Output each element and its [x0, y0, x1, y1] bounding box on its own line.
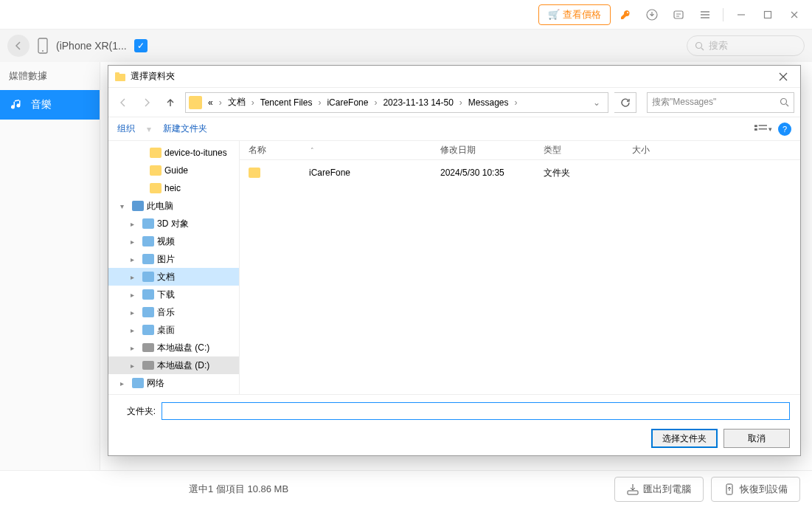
feedback-icon[interactable] [667, 3, 690, 27]
minimize-icon[interactable] [729, 3, 753, 27]
phone-icon [37, 38, 49, 54]
generic-icon [142, 289, 154, 300]
tree-label: 桌面 [157, 324, 175, 337]
close-icon[interactable] [782, 3, 806, 27]
breadcrumb-item[interactable]: 文档 [225, 96, 249, 108]
download-icon[interactable] [640, 3, 664, 27]
folder-label: 文件夹: [119, 405, 156, 418]
generic-icon [132, 378, 144, 388]
export-button[interactable]: 匯出到電腦 [614, 477, 704, 502]
tree-label: 音乐 [157, 306, 175, 319]
cancel-button[interactable]: 取消 [723, 429, 790, 448]
col-type[interactable]: 类型 [544, 144, 632, 156]
sidebar-item-music[interactable]: 音樂 [0, 90, 100, 120]
back-button[interactable] [7, 35, 30, 57]
dialog-titlebar: 選擇資料夾 [108, 66, 800, 88]
nav-back-button[interactable] [114, 94, 132, 111]
breadcrumb-item[interactable]: Tencent Files [257, 97, 316, 108]
maximize-icon[interactable] [756, 3, 780, 27]
breadcrumb[interactable]: «› 文档› Tencent Files› iCareFone› 2023-11… [185, 92, 608, 113]
tree-item[interactable]: ▸视频 [108, 232, 239, 250]
check-badge: ✓ [134, 39, 148, 52]
tree-label: 本地磁盘 (D:) [157, 359, 209, 372]
music-label: 音樂 [31, 98, 52, 111]
disk-icon [142, 361, 154, 370]
file-type: 文件夹 [544, 167, 632, 179]
cart-icon: 🛒 [548, 9, 560, 20]
refresh-button[interactable] [614, 92, 636, 113]
chevron-down-icon[interactable]: ⌄ [589, 97, 605, 108]
column-headers[interactable]: 名称˄ 修改日期 类型 大小 [240, 141, 800, 160]
view-price-button[interactable]: 🛒 查看價格 [538, 4, 611, 25]
dialog-title: 選擇資料夾 [131, 70, 175, 83]
file-name: iCareFone [309, 168, 350, 178]
tree-label: heic [164, 183, 181, 193]
file-list[interactable]: iCareFone2024/5/30 10:35文件夹 [240, 160, 800, 394]
search-placeholder: 搜索 [709, 39, 728, 52]
tree-panel[interactable]: device-to-itunesGuideheic▾此电脑▸3D 对象▸视频▸图… [108, 141, 240, 394]
tree-label: 下载 [157, 289, 175, 301]
dialog-toolbar: 组织 ▾ 新建文件夹 ▾ ? [108, 117, 800, 141]
search-icon [695, 41, 704, 51]
new-folder-button[interactable]: 新建文件夹 [163, 123, 207, 135]
tree-item[interactable]: ▸文档 [108, 268, 239, 286]
sort-icon: ˄ [310, 147, 314, 154]
generic-icon [142, 236, 154, 246]
organize-button[interactable]: 组织 [117, 123, 135, 135]
price-label: 查看價格 [563, 8, 601, 21]
breadcrumb-item[interactable]: 2023-11-13 14-50 [380, 97, 456, 108]
view-mode-button[interactable]: ▾ [754, 122, 772, 137]
tree-item[interactable]: ▸本地磁盘 (D:) [108, 356, 239, 374]
folder-icon [150, 148, 162, 158]
tree-item[interactable]: ▸3D 对象 [108, 215, 239, 232]
pc-icon [132, 201, 144, 211]
svg-point-5 [696, 42, 702, 48]
dialog-search[interactable]: 搜索"Messages" [647, 92, 794, 113]
nav-forward-button[interactable] [138, 94, 156, 111]
tree-item[interactable]: ▸桌面 [108, 321, 239, 339]
nav-up-button[interactable] [162, 94, 179, 111]
tree-label: 本地磁盘 (C:) [157, 342, 209, 354]
tree-item[interactable]: heic [108, 179, 239, 197]
key-icon[interactable] [614, 3, 637, 27]
dialog-body: device-to-itunesGuideheic▾此电脑▸3D 对象▸视频▸图… [108, 141, 800, 394]
tree-item[interactable]: Guide [108, 162, 239, 179]
svg-rect-9 [115, 72, 119, 75]
breadcrumb-item[interactable]: Messages [465, 97, 512, 108]
svg-rect-13 [759, 125, 767, 125]
menu-icon[interactable] [693, 3, 717, 27]
tree-label: 此电脑 [147, 200, 173, 213]
tree-item[interactable]: ▸图片 [108, 250, 239, 268]
col-date[interactable]: 修改日期 [440, 144, 544, 156]
folder-input[interactable] [162, 402, 790, 420]
breadcrumb-item[interactable]: « [205, 97, 216, 108]
file-panel: 名称˄ 修改日期 类型 大小 iCareFone2024/5/30 10:35文… [240, 141, 800, 394]
dialog-close-button[interactable] [772, 66, 794, 88]
help-icon[interactable]: ? [778, 123, 791, 136]
tree-item[interactable]: ▾此电脑 [108, 197, 239, 215]
generic-icon [142, 254, 154, 264]
tree-label: 3D 对象 [157, 218, 189, 230]
tree-item[interactable]: ▸下载 [108, 286, 239, 303]
main-search[interactable]: 搜索 [687, 35, 805, 56]
dialog-icon [114, 71, 126, 83]
tree-label: 视频 [157, 235, 175, 248]
tree-item[interactable]: ▸网络 [108, 374, 239, 392]
col-size[interactable]: 大小 [632, 144, 691, 156]
col-name[interactable]: 名称 [249, 144, 266, 156]
svg-point-4 [42, 50, 44, 52]
svg-rect-14 [759, 128, 767, 129]
tree-item[interactable]: ▸音乐 [108, 303, 239, 321]
file-row[interactable]: iCareFone2024/5/30 10:35文件夹 [240, 163, 800, 182]
svg-rect-1 [674, 11, 683, 18]
restore-button[interactable]: 恢復到設備 [711, 477, 800, 502]
dialog-nav: «› 文档› Tencent Files› iCareFone› 2023-11… [108, 88, 800, 117]
tree-item[interactable]: ▸本地磁盘 (C:) [108, 339, 239, 356]
select-folder-button[interactable]: 选择文件夹 [651, 429, 718, 448]
folder-icon [150, 183, 162, 193]
generic-icon [142, 325, 154, 335]
breadcrumb-item[interactable]: iCareFone [324, 97, 371, 108]
device-name: (iPhone XR(1... [56, 40, 127, 52]
tree-item[interactable]: device-to-itunes [108, 144, 239, 162]
generic-icon [142, 307, 154, 317]
